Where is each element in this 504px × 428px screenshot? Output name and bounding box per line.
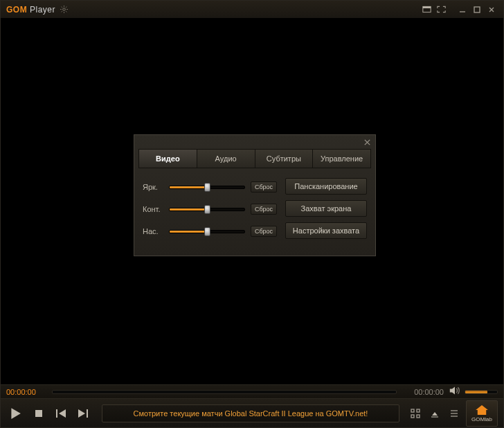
svg-rect-9 <box>417 415 420 418</box>
screen-capture-button[interactable]: Захват экрана <box>285 200 367 217</box>
next-button[interactable] <box>75 406 91 421</box>
gomlab-label: GOMlab <box>471 416 492 422</box>
tab-video-label: Видео <box>156 154 180 163</box>
control-bar: Смотрите текущие матчи Global StarCraft … <box>1 398 503 427</box>
sliders-group: Ярк. Сброс Конт. Сброс Нас. Сброс <box>143 178 277 244</box>
volume-slider[interactable] <box>465 390 498 394</box>
banner[interactable]: Смотрите текущие матчи Global StarCraft … <box>102 404 399 422</box>
svg-rect-6 <box>411 409 414 412</box>
tab-audio[interactable]: Аудио <box>197 150 255 168</box>
panel-body: Ярк. Сброс Конт. Сброс Нас. Сброс Панска… <box>134 168 375 256</box>
volume-icon[interactable] <box>449 386 460 398</box>
svg-point-0 <box>62 8 65 11</box>
panscan-label: Пансканирование <box>294 182 357 190</box>
brightness-slider[interactable] <box>169 186 245 189</box>
tab-video[interactable]: Видео <box>139 150 197 168</box>
playlist-icon[interactable] <box>447 406 462 421</box>
brightness-row: Ярк. Сброс <box>143 178 277 196</box>
screen-capture-label: Захват экрана <box>301 204 352 213</box>
saturation-reset-button[interactable]: Сброс <box>251 226 277 237</box>
tab-control[interactable]: Управление <box>312 150 370 168</box>
panel-title-bar[interactable] <box>134 135 375 149</box>
side-button-group: Пансканирование Захват экрана Настройки … <box>285 178 367 244</box>
contrast-label: Конт. <box>143 205 169 213</box>
time-total: 00:00:00 <box>401 388 444 396</box>
saturation-label: Нас. <box>143 227 169 235</box>
tab-subs-label: Субтитры <box>267 154 301 163</box>
brightness-reset-button[interactable]: Сброс <box>251 181 277 193</box>
seek-slider[interactable] <box>52 390 397 394</box>
prev-button[interactable] <box>53 406 69 421</box>
saturation-row: Нас. Сброс <box>143 222 277 240</box>
right-button-group: GOMlab <box>404 400 498 427</box>
app-window: GOM Player 00:00:00 00:00:00 <box>0 0 504 428</box>
compact-mode-icon[interactable] <box>420 4 433 15</box>
logo-bold: GOM <box>6 5 27 15</box>
svg-rect-8 <box>411 415 414 418</box>
contrast-reset-button[interactable]: Сброс <box>251 204 277 215</box>
brightness-label: Ярк. <box>143 183 169 191</box>
contrast-row: Конт. Сброс <box>143 200 277 218</box>
logo-rest: Player <box>27 5 55 15</box>
seek-row: 00:00:00 00:00:00 <box>1 384 503 398</box>
tab-subs[interactable]: Субтитры <box>255 150 313 168</box>
minimize-icon[interactable] <box>456 4 469 15</box>
contrast-slider[interactable] <box>169 208 245 211</box>
play-button[interactable] <box>6 404 24 422</box>
control-panel-dialog[interactable]: Видео Аудио Субтитры Управление Ярк. Сбр… <box>134 134 376 256</box>
capture-settings-button[interactable]: Настройки захвата <box>285 222 367 239</box>
gomlab-button[interactable]: GOMlab <box>466 400 498 427</box>
title-bar[interactable]: GOM Player <box>1 1 503 19</box>
close-icon[interactable] <box>485 4 498 15</box>
svg-rect-7 <box>417 409 420 412</box>
time-elapsed: 00:00:00 <box>6 388 48 396</box>
panel-close-icon[interactable] <box>361 137 372 147</box>
banner-text: Смотрите текущие матчи Global StarCraft … <box>134 409 368 418</box>
app-logo: GOM Player <box>6 5 55 15</box>
panscan-button[interactable]: Пансканирование <box>285 178 367 195</box>
open-file-icon[interactable] <box>427 406 442 421</box>
tab-control-label: Управление <box>321 154 363 163</box>
capture-settings-label: Настройки захвата <box>293 226 359 235</box>
tab-audio-label: Аудио <box>215 154 237 163</box>
fullscreen-icon[interactable] <box>435 4 447 15</box>
stop-button[interactable] <box>31 406 46 421</box>
saturation-slider[interactable] <box>169 230 245 233</box>
svg-rect-2 <box>422 6 430 8</box>
svg-rect-4 <box>474 7 480 12</box>
svg-rect-5 <box>35 410 42 417</box>
control-panel-icon[interactable] <box>408 406 423 421</box>
maximize-icon[interactable] <box>471 4 483 15</box>
panel-tabs: Видео Аудио Субтитры Управление <box>138 149 371 168</box>
settings-gear-icon[interactable] <box>57 4 70 15</box>
home-icon <box>475 404 489 416</box>
